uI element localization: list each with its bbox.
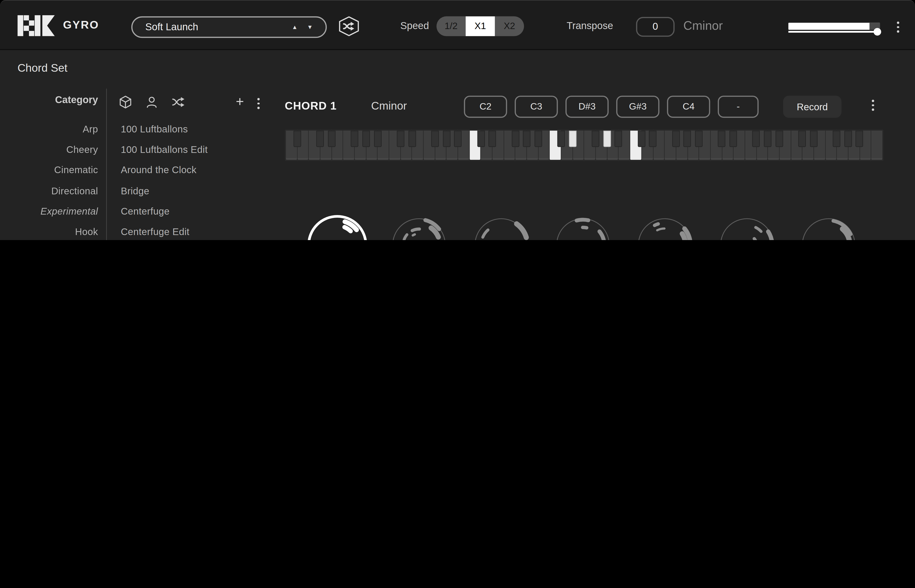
piano-black-key[interactable] — [798, 131, 806, 147]
piano-black-key[interactable] — [443, 131, 450, 147]
user-presets-icon[interactable] — [145, 95, 159, 109]
note-button-C3[interactable]: C3 — [515, 96, 558, 118]
chord-set-item[interactable]: Around the Clock — [121, 160, 278, 181]
current-key-display: Cminor — [683, 19, 723, 32]
record-button[interactable]: Record — [783, 96, 842, 118]
preset-down-arrow-icon[interactable]: ▼ — [307, 18, 313, 37]
chord-knob[interactable]: C7sus2 — [542, 213, 624, 240]
gyro-app-window: GYRO Soft Launch ▲ ▼ Speed 1/2X1X2 Trans… — [0, 0, 915, 240]
category-item[interactable]: Cinematic — [0, 160, 98, 181]
chord-set-item[interactable]: Centerfuge Edit — [121, 221, 278, 240]
speed-option-X1[interactable]: X1 — [466, 16, 495, 36]
piano-black-key[interactable] — [776, 131, 783, 147]
piano-black-key[interactable] — [328, 131, 336, 147]
transpose-value[interactable]: 0 — [636, 17, 675, 37]
piano-black-key[interactable] — [672, 131, 680, 147]
chord-knob[interactable]: Cmajor — [787, 213, 870, 240]
chord-set-list: 100 Luftballons100 Luftballons EditAroun… — [121, 119, 278, 240]
piano-black-key[interactable] — [695, 131, 703, 147]
browser-menu-icon[interactable] — [257, 98, 259, 109]
note-button-C4[interactable]: C4 — [667, 96, 710, 118]
piano-black-key[interactable] — [683, 131, 691, 147]
chord-knob[interactable]: Cm7 — [460, 213, 542, 240]
chord-set-item[interactable]: Bridge — [121, 181, 278, 201]
chord-knob[interactable]: Cm7 — [378, 213, 460, 240]
category-header: Category — [0, 95, 98, 106]
chord-knob-selected[interactable]: Cminor — [296, 213, 378, 240]
category-item[interactable]: Hook — [0, 221, 98, 240]
note-button-empty[interactable]: - — [718, 96, 758, 118]
piano-black-key[interactable] — [316, 131, 324, 147]
preset-up-arrow-icon[interactable]: ▲ — [292, 18, 298, 37]
add-set-button[interactable]: + — [236, 94, 244, 110]
piano-black-key[interactable] — [649, 131, 657, 147]
speed-option-X2[interactable]: X2 — [495, 16, 524, 36]
piano-black-key[interactable] — [615, 131, 622, 147]
volume-track — [789, 23, 880, 30]
chord-slot-name: Cminor — [371, 100, 407, 113]
piano-black-key[interactable] — [408, 131, 416, 147]
piano-black-key[interactable] — [764, 131, 772, 147]
category-item[interactable]: Experimental — [0, 201, 98, 221]
category-item[interactable]: Arp — [0, 119, 98, 140]
shuffle-sets-icon[interactable] — [171, 95, 186, 109]
piano-black-key[interactable] — [363, 131, 370, 147]
piano-black-key[interactable] — [753, 131, 760, 147]
piano-black-key[interactable] — [729, 131, 737, 147]
note-button-row: C2C3D#3G#3C4- — [464, 96, 759, 118]
browser-divider — [106, 89, 107, 240]
chord-panel-menu-icon[interactable] — [872, 100, 874, 111]
category-item[interactable]: Directional — [0, 181, 98, 201]
piano-black-key[interactable] — [351, 131, 359, 147]
note-button-Gs3[interactable]: G#3 — [616, 96, 659, 118]
brand-name: GYRO — [63, 19, 99, 31]
piano-black-key[interactable] — [523, 131, 531, 147]
piano-black-key[interactable] — [397, 131, 404, 147]
chord-knob[interactable]: Cmajor — [624, 213, 706, 240]
note-button-C2[interactable]: C2 — [464, 96, 507, 118]
volume-knob[interactable] — [873, 28, 881, 36]
piano-black-key[interactable] — [603, 131, 611, 147]
speed-label: Speed — [400, 21, 429, 32]
piano-black-key[interactable] — [374, 131, 382, 147]
piano-black-key[interactable] — [592, 131, 599, 147]
piano-black-key[interactable] — [489, 131, 496, 147]
piano-black-key[interactable] — [810, 131, 817, 147]
piano-white-key[interactable] — [871, 131, 883, 160]
speed-segmented-control: 1/2X1X2 — [437, 16, 524, 36]
piano-black-key[interactable] — [293, 131, 301, 147]
volume-slider[interactable] — [789, 23, 880, 34]
chord-set-item[interactable]: 100 Luftballons Edit — [121, 140, 278, 160]
topbar-menu-icon[interactable] — [897, 22, 899, 32]
factory-presets-icon[interactable] — [118, 95, 133, 109]
randomize-preset-icon[interactable] — [338, 16, 360, 36]
piano-black-key[interactable] — [844, 131, 852, 147]
chord-knob-row-1: CminorCm7Cm7C7sus2CmajorCmajorCmajor — [296, 213, 870, 240]
category-list: ArpCheeryCinematicDirectionalExperimenta… — [0, 119, 98, 240]
chord-slot-title: CHORD 1 — [285, 100, 337, 113]
chord-knob[interactable]: Cmajor — [706, 213, 788, 240]
page-title: Chord Set — [18, 62, 68, 75]
chord-set-item[interactable]: Centerfuge — [121, 201, 278, 221]
hk-logo-icon — [18, 15, 59, 36]
piano-black-key[interactable] — [832, 131, 840, 147]
note-button-Ds3[interactable]: D#3 — [565, 96, 609, 118]
piano-black-key[interactable] — [477, 131, 485, 147]
preset-selector[interactable]: Soft Launch ▲ ▼ — [131, 16, 327, 38]
piano-black-key[interactable] — [638, 131, 645, 147]
category-item[interactable]: Cheery — [0, 140, 98, 160]
volume-line — [789, 31, 875, 33]
piano-black-key[interactable] — [454, 131, 462, 147]
piano-black-key[interactable] — [718, 131, 726, 147]
piano-black-key[interactable] — [512, 131, 519, 147]
transpose-label: Transpose — [567, 21, 613, 32]
piano-black-key[interactable] — [569, 131, 577, 147]
piano-black-key[interactable] — [557, 131, 565, 147]
preset-name: Soft Launch — [145, 21, 198, 33]
speed-option-1-2[interactable]: 1/2 — [437, 16, 466, 36]
chord-set-item[interactable]: 100 Luftballons — [121, 119, 278, 140]
piano-black-key[interactable] — [856, 131, 863, 147]
piano-black-key[interactable] — [534, 131, 542, 147]
piano-keyboard[interactable] — [285, 129, 884, 161]
piano-black-key[interactable] — [431, 131, 439, 147]
